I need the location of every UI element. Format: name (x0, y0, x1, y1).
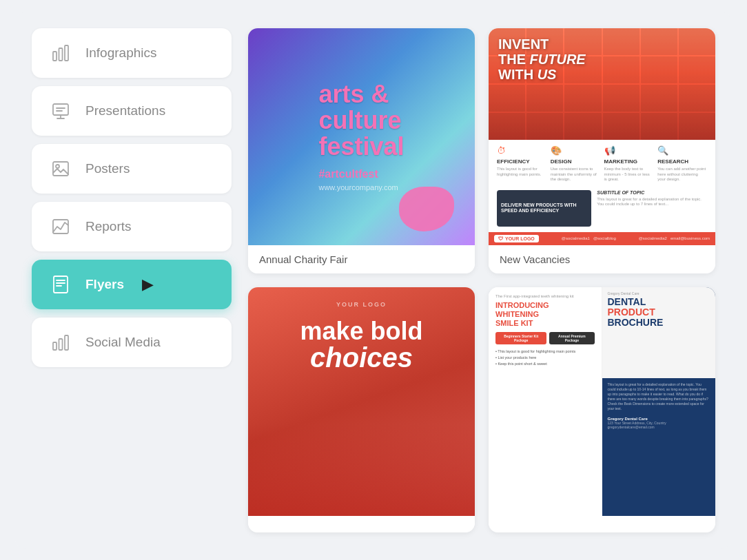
svg-point-9 (56, 165, 59, 168)
bold-choices-label (248, 516, 475, 532)
svg-rect-17 (65, 335, 68, 350)
future-features-grid: ⏱ EFFICIENCY This layout is good for hig… (497, 145, 707, 186)
dental-section: Gregory Dental Care DENTALPRODUCTBROCHUR… (602, 287, 716, 516)
future-social: @socialmedia2 email@business.com (639, 236, 710, 240)
feature-efficiency-desc: This layout is good for highlighting mai… (497, 167, 546, 178)
sidebar-item-social-media-label: Social Media (85, 335, 161, 350)
feature-marketing-desc: Keep the body text to minimum - 5 lines … (604, 167, 654, 183)
research-icon: 🔍 (657, 145, 668, 156)
invent-future-card[interactable]: INVENTTHE FUTUREWITH US ⏱ EFFICIENCY Thi… (489, 28, 715, 273)
invent-future-image: INVENTTHE FUTUREWITH US ⏱ EFFICIENCY Thi… (489, 28, 715, 245)
future-main-title: INVENTTHE FUTUREWITH US (498, 37, 586, 82)
sidebar-item-posters[interactable]: Posters (32, 144, 232, 194)
svg-rect-16 (59, 339, 63, 350)
feature-efficiency-title: EFFICIENCY (497, 158, 546, 165)
dental-image: The First app-integrated teeth whitening… (489, 287, 715, 516)
presentation-icon (48, 98, 73, 123)
cursor-indicator: ▶ (142, 276, 154, 293)
svg-rect-2 (65, 45, 68, 61)
sidebar-item-presentations[interactable]: Presentations (32, 86, 232, 136)
dental-top-strip: Gregory Dental Care DENTALPRODUCTBROCHUR… (602, 287, 716, 379)
feature-research-desc: You can add another point here without c… (657, 167, 707, 183)
arts-festival-website: www.yourcompany.com (318, 183, 404, 191)
feature-design: 🎨 DESIGN Use consistent icons to maintai… (551, 145, 600, 186)
future-logo-text: YOUR LOGO (505, 236, 535, 241)
arts-festival-title: arts &culturefestival (318, 81, 404, 159)
bold-title-text: make boldchoices (300, 319, 422, 371)
package-premium[interactable]: Annual Premium Package (549, 332, 594, 344)
dental-bottom-section: This layout is great for a detailed expl… (602, 378, 716, 515)
dental-company-label: Gregory Dental Care (608, 291, 710, 295)
chart-icon (48, 330, 73, 355)
sidebar-item-posters-label: Posters (85, 161, 130, 176)
dental-body-text: This layout is great for a detailed expl… (608, 382, 710, 411)
future-deliver-section: DELIVER NEW PRODUCTS WITH SPEED AND EFFI… (497, 190, 707, 227)
bold-choices-card[interactable]: YOUR LOGO make boldchoices (248, 287, 475, 532)
arts-festival-hashtag: #artcultfest (318, 168, 404, 180)
feature-design-desc: Use consistent icons to maintain the uni… (551, 167, 600, 183)
svg-rect-10 (53, 220, 68, 234)
svg-rect-11 (54, 276, 68, 293)
trend-icon (48, 214, 73, 239)
arts-festival-content: arts &culturefestival #artcultfest www.y… (305, 68, 418, 205)
sidebar-item-infographics[interactable]: Infographics (32, 28, 232, 78)
bold-bottom-decoration (248, 424, 475, 516)
invent-future-label: New Vacancies (489, 245, 715, 273)
future-body-text: This layout is great for a detailed expl… (597, 197, 707, 208)
app-container: Infographics Presentations (15, 12, 732, 549)
design-icon: 🎨 (551, 145, 562, 156)
future-contact: @socialmedia1 @socialblog (562, 236, 616, 240)
svg-rect-0 (53, 52, 57, 61)
future-city-background: INVENTTHE FUTUREWITH US (489, 28, 715, 140)
future-footer: 🛡 YOUR LOGO @socialmedia1 @socialblog @s… (489, 232, 715, 245)
feature-efficiency: ⏱ EFFICIENCY This layout is good for hig… (497, 145, 546, 186)
arts-festival-image: arts &culturefestival #artcultfest www.y… (248, 28, 475, 245)
bar-chart-icon (48, 41, 73, 65)
feature-marketing-title: MARKETING (604, 158, 654, 165)
efficiency-icon: ⏱ (497, 145, 508, 156)
whitening-packages: Beginners Starter Kit Package Annual Pre… (495, 332, 595, 344)
svg-rect-1 (59, 48, 63, 61)
future-bottom-section: ⏱ EFFICIENCY This layout is good for hig… (489, 140, 715, 232)
sidebar: Infographics Presentations (32, 28, 232, 532)
sidebar-item-flyers-label: Flyers (85, 277, 124, 292)
svg-rect-8 (53, 162, 68, 176)
feature-research-title: RESEARCH (657, 158, 707, 165)
future-logo: 🛡 YOUR LOGO (494, 235, 539, 242)
feature-research: 🔍 RESEARCH You can add another point her… (657, 145, 707, 186)
sidebar-item-presentations-label: Presentations (85, 103, 165, 118)
sidebar-item-flyers[interactable]: Flyers ▶ (32, 260, 232, 309)
future-subtitle-box: SUBTITLE OF TOPIC This layout is great f… (597, 190, 707, 227)
sidebar-item-reports[interactable]: Reports (32, 202, 232, 251)
package-beginners[interactable]: Beginners Starter Kit Package (495, 332, 546, 344)
image-icon (48, 156, 73, 181)
deliver-dark-box: DELIVER NEW PRODUCTS WITH SPEED AND EFFI… (497, 190, 591, 227)
arts-festival-label: Annual Charity Fair (248, 245, 475, 273)
whitening-list: • This layout is good for highlighting m… (495, 349, 595, 366)
feature-marketing: 📢 MARKETING Keep the body text to minimu… (604, 145, 654, 186)
bold-choices-image: YOUR LOGO make boldchoices (248, 287, 475, 516)
dental-brochure-title: DENTALPRODUCTBROCHURE (608, 297, 710, 329)
sidebar-item-infographics-label: Infographics (85, 45, 157, 61)
svg-rect-15 (53, 342, 57, 350)
sidebar-item-reports-label: Reports (85, 219, 132, 234)
sidebar-item-social-media[interactable]: Social Media (32, 318, 232, 367)
whitening-section: The First app-integrated teeth whitening… (489, 287, 602, 516)
flyer-icon (48, 272, 73, 297)
main-content-grid: arts &culturefestival #artcultfest www.y… (248, 28, 715, 532)
dental-logo-area: Gregory Dental Care 123 Your Street Addr… (608, 417, 710, 429)
dental-card[interactable]: The First app-integrated teeth whitening… (489, 287, 715, 532)
whitening-title-text: INTRODUCINGWHITENINGSMILE KIT (495, 301, 595, 329)
arts-festival-card[interactable]: arts &culturefestival #artcultfest www.y… (248, 28, 475, 273)
whitening-tag-text: The First app-integrated teeth whitening… (495, 294, 595, 298)
feature-design-title: DESIGN (551, 158, 600, 165)
marketing-icon: 📢 (604, 145, 615, 156)
deliver-text: DELIVER NEW PRODUCTS WITH SPEED AND EFFI… (501, 203, 587, 214)
future-subtitle-text: SUBTITLE OF TOPIC (597, 190, 707, 195)
bold-logo-text: YOUR LOGO (336, 301, 387, 308)
bold-main-text: make boldchoices (300, 319, 422, 371)
future-top-section: INVENTTHE FUTUREWITH US (489, 28, 715, 140)
dental-label (489, 516, 715, 532)
svg-rect-3 (53, 104, 68, 115)
